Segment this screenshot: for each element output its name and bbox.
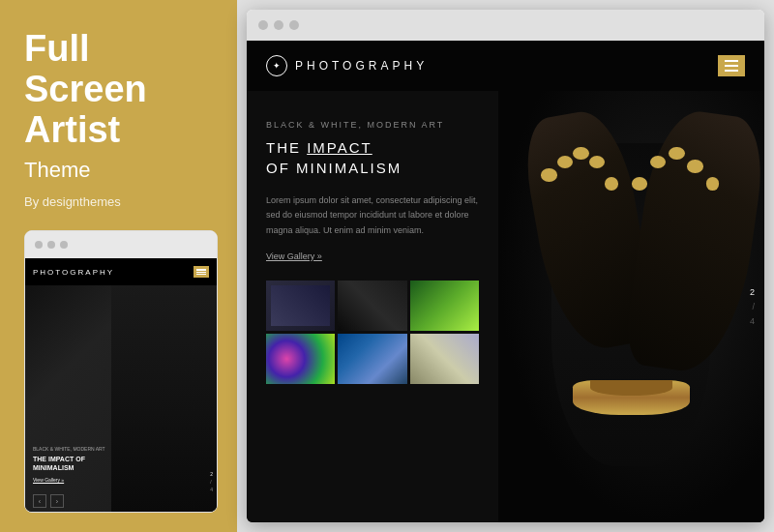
hamburger-line-1 [725, 60, 738, 62]
nail-left-3 [573, 147, 589, 160]
main-browser-body: ✦ PhOTOGRAPHY black & white, modern art [247, 41, 764, 522]
mini-dot-1 [35, 241, 43, 249]
main-dot-1 [258, 20, 268, 30]
mini-article-label: black & white, modern art [33, 446, 111, 452]
mini-page-num-slash: / [210, 479, 213, 485]
main-dot-3 [289, 20, 299, 30]
mini-hero-image: black & white, modern art THE IMPACT OF … [25, 285, 217, 512]
mini-logo: PhOTOGRAPHY [33, 268, 114, 277]
content-title: THE IMPACT OF MINIMALISM [266, 137, 479, 178]
mini-nav-arrows: ‹ › [33, 494, 64, 508]
page-slash: / [752, 302, 755, 311]
mini-hamburger [194, 266, 209, 278]
gallery-thumb-5[interactable] [338, 334, 406, 384]
nail-right-1 [632, 177, 648, 190]
mini-page-num-4: 4 [210, 487, 213, 492]
page-2[interactable]: 2 [750, 287, 755, 297]
nail-right-5 [706, 177, 720, 190]
site-logo: ✦ PhOTOGRAPHY [266, 55, 428, 76]
theme-byline: By designthemes [24, 194, 218, 209]
gallery-thumb-1[interactable] [266, 281, 335, 331]
main-dot-2 [274, 20, 283, 30]
hamburger-icon [725, 60, 738, 72]
mini-pagination: 2 / 4 [210, 471, 213, 492]
content-body: Lorem ipsum dolor sit amet, consectetur … [266, 193, 479, 238]
mini-text-overlay: black & white, modern art THE IMPACT OF … [33, 446, 111, 483]
thumb-content-6 [410, 334, 479, 384]
nail-left-1 [541, 168, 557, 181]
gallery-thumb-6[interactable] [410, 334, 479, 384]
mini-browser-content: PhOTOGRAPHY black & white, modern art TH… [25, 258, 217, 512]
figure-art [498, 91, 764, 522]
mini-browser-bar [25, 231, 217, 258]
hero-bg: 2 / 4 [498, 91, 764, 522]
theme-subtitle: Theme [24, 158, 218, 183]
mini-site-header: PhOTOGRAPHY [25, 258, 217, 285]
main-browser: ✦ PhOTOGRAPHY black & white, modern art [247, 10, 764, 522]
hamburger-line-3 [725, 70, 738, 72]
hamburger-line-2 [725, 65, 738, 67]
theme-title: FullScreenArtist [24, 29, 218, 150]
mini-view-gallery-link[interactable]: View Gallery » [33, 477, 111, 483]
content-label: black & white, modern art [266, 120, 479, 130]
thumb-content-1 [266, 281, 335, 331]
title-the: THE IMPACT [266, 139, 372, 156]
site-header: ✦ PhOTOGRAPHY [247, 41, 764, 91]
left-panel: FullScreenArtist Theme By designthemes P… [0, 0, 237, 532]
hamburger-button[interactable] [718, 55, 745, 76]
nail-left-5 [605, 177, 618, 190]
gallery-thumb-2[interactable] [338, 281, 406, 331]
lips-art [573, 380, 690, 415]
site-main: black & white, modern art THE IMPACT OF … [247, 91, 764, 522]
mini-dot-2 [47, 241, 55, 249]
mini-hero: black & white, modern art THE IMPACT OF … [25, 285, 217, 512]
mini-hamburger-line-3 [196, 274, 206, 276]
hero-pagination: 2 / 4 [750, 287, 755, 326]
nail-right-4 [687, 160, 703, 172]
thumb-content-4 [266, 334, 335, 384]
view-gallery-link[interactable]: View Gallery » [266, 251, 479, 261]
mini-dot-3 [60, 241, 68, 249]
page-4[interactable]: 4 [750, 316, 755, 326]
mini-face-art [111, 285, 217, 512]
thumb-content-3 [410, 281, 479, 331]
mini-browser-preview: PhOTOGRAPHY black & white, modern art TH… [24, 230, 218, 513]
hero-column: 2 / 4 [498, 91, 764, 522]
content-column: black & white, modern art THE IMPACT OF … [247, 91, 498, 522]
logo-icon: ✦ [266, 55, 287, 76]
gallery-thumb-4[interactable] [266, 334, 335, 384]
gallery-grid [266, 281, 479, 384]
logo-text: PhOTOGRAPHY [295, 59, 428, 73]
nail-right-3 [669, 147, 685, 160]
main-browser-bar [247, 10, 764, 41]
mini-article-title: THE IMPACT OF MINIMALISM [33, 455, 111, 472]
gallery-thumb-3[interactable] [410, 281, 479, 331]
right-panel: ✦ PhOTOGRAPHY black & white, modern art [237, 0, 774, 532]
mini-prev-arrow[interactable]: ‹ [33, 494, 46, 508]
thumb-content-2 [338, 281, 406, 331]
title-rest: OF MINIMALISM [266, 160, 402, 176]
mini-next-arrow[interactable]: › [50, 494, 64, 508]
mini-page-num-2: 2 [210, 471, 213, 477]
thumb-content-5 [338, 334, 406, 384]
